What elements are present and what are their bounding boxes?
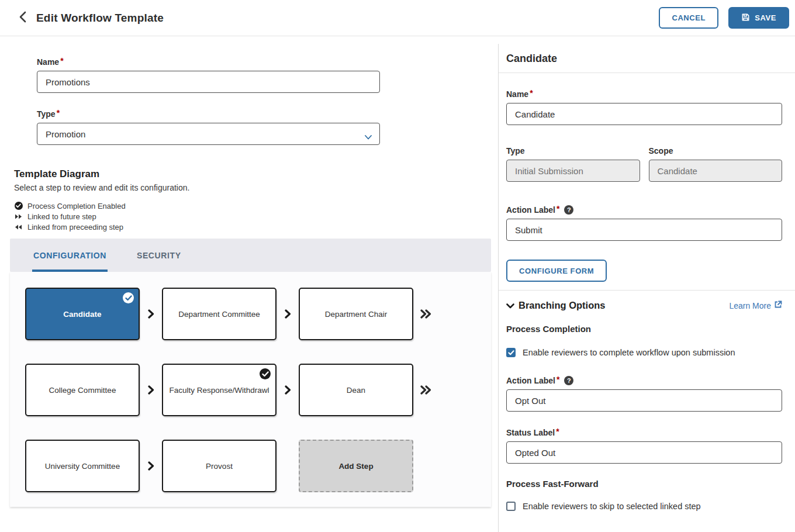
- template-name-label: Name*: [37, 57, 380, 67]
- step-card-faculty-response[interactable]: Faculty Response/Withdrawl: [162, 364, 276, 416]
- completion-status-label-input[interactable]: [506, 441, 782, 464]
- chevron-right-icon: [140, 309, 162, 319]
- step-panel-header: Candidate: [499, 44, 795, 73]
- process-completion-checkbox-label: Enable reviewers to complete workflow up…: [523, 348, 735, 357]
- double-triangle-right-icon: [14, 214, 23, 219]
- step-card-dean[interactable]: Dean: [299, 364, 413, 416]
- template-type-label: Type*: [37, 109, 380, 119]
- completion-status-label-field: Status Label*: [506, 428, 782, 464]
- cancel-button[interactable]: CANCEL: [659, 7, 718, 29]
- step-scope-field: Scope: [649, 146, 783, 182]
- tab-configuration[interactable]: CONFIGURATION: [32, 239, 108, 272]
- required-asterisk: *: [556, 205, 559, 212]
- process-completion-title: Process Completion: [506, 324, 782, 334]
- cancel-button-label: CANCEL: [672, 13, 706, 22]
- step-card-university-committee[interactable]: University Committee: [25, 440, 140, 492]
- step-card-candidate[interactable]: Candidate: [25, 288, 140, 340]
- step-scope-input: [649, 160, 783, 182]
- step-label: College Committee: [49, 386, 116, 395]
- floppy-disk-icon: [741, 13, 750, 23]
- template-name-input[interactable]: [37, 71, 380, 93]
- learn-more-link[interactable]: Learn More: [729, 300, 782, 310]
- step-label: Dean: [347, 386, 365, 395]
- diagram-title: Template Diagram: [14, 168, 491, 180]
- external-link-icon: [774, 300, 782, 310]
- diagram-row: University Committee Provost Add Step: [25, 440, 491, 492]
- save-button[interactable]: SAVE: [728, 7, 789, 29]
- diagram-subtitle: Select a step to review and edit its con…: [14, 183, 491, 192]
- step-label: Department Chair: [325, 310, 388, 319]
- panel-divider: [499, 290, 795, 291]
- step-card-provost[interactable]: Provost: [162, 440, 276, 492]
- step-label: Department Committee: [178, 310, 260, 319]
- template-type-value: Promotion: [46, 129, 85, 139]
- step-scope-label: Scope: [649, 146, 783, 156]
- legend-label: Linked from preceeding step: [27, 223, 123, 232]
- chevron-right-icon: [140, 385, 162, 395]
- step-action-label: Action Label* ?: [506, 205, 782, 215]
- diagram-tabbar: CONFIGURATION SECURITY: [10, 239, 491, 272]
- step-action-label-input[interactable]: [506, 219, 782, 241]
- step-card-department-chair[interactable]: Department Chair: [299, 288, 413, 340]
- back-button[interactable]: [14, 9, 32, 27]
- template-type-select[interactable]: Promotion: [37, 123, 380, 145]
- step-card-college-committee[interactable]: College Committee: [25, 364, 140, 416]
- required-asterisk: *: [60, 57, 63, 64]
- process-completion-badge-icon: [260, 368, 271, 379]
- completion-action-label-field: Action Label* ?: [506, 376, 782, 412]
- step-config-panel: Candidate Name* Type Scope: [498, 44, 795, 532]
- completion-action-label-input[interactable]: [506, 389, 782, 412]
- legend-label: Process Completion Enabled: [27, 202, 126, 210]
- save-button-label: SAVE: [755, 13, 776, 22]
- step-type-input: [506, 160, 640, 182]
- required-asterisk: *: [556, 376, 559, 383]
- step-action-label-field: Action Label* ?: [506, 205, 782, 241]
- chevron-right-icon: [140, 461, 162, 471]
- process-completion-badge-icon: [123, 292, 134, 303]
- page-header: Edit Workflow Template CANCEL SAVE: [0, 0, 795, 36]
- checkbox-checked-icon[interactable]: [506, 348, 516, 357]
- configure-form-button[interactable]: CONFIGURE FORM: [506, 260, 607, 282]
- double-chevron-right-icon: [420, 309, 431, 319]
- completion-status-label: Status Label*: [506, 428, 782, 437]
- template-name-field: Name*: [37, 57, 380, 93]
- chevron-down-icon: [506, 300, 514, 311]
- fast-forward-checkbox-label: Enable reviewers to skip to selected lin…: [523, 502, 701, 511]
- double-triangle-left-icon: [14, 224, 23, 230]
- required-asterisk: *: [556, 428, 559, 435]
- chevron-left-icon: [18, 11, 28, 25]
- fast-forward-title: Process Fast-Forward: [506, 479, 782, 489]
- step-name-input[interactable]: [506, 103, 782, 125]
- legend-item: Linked to future step: [14, 212, 491, 221]
- legend-label: Linked to future step: [27, 212, 96, 221]
- page-title: Edit Workflow Template: [36, 12, 164, 25]
- help-icon[interactable]: ?: [564, 205, 573, 215]
- step-label: University Committee: [45, 462, 120, 471]
- process-completion-checkbox-row[interactable]: Enable reviewers to complete workflow up…: [506, 348, 782, 357]
- step-name-label: Name*: [506, 89, 782, 99]
- step-card-department-committee[interactable]: Department Committee: [162, 288, 276, 340]
- workflow-diagram: Candidate Department Committee Departmen…: [10, 272, 491, 507]
- branching-options-toggle[interactable]: Branching Options: [506, 300, 606, 311]
- step-label: Faculty Response/Withdrawl: [169, 386, 269, 395]
- branching-options-title: Branching Options: [519, 300, 606, 311]
- header-actions: CANCEL SAVE: [659, 7, 789, 29]
- step-label: Candidate: [63, 310, 101, 319]
- step-type-field: Type: [506, 146, 640, 182]
- required-asterisk: *: [530, 89, 533, 96]
- step-name-field: Name*: [506, 89, 782, 125]
- diagram-legend: Process Completion Enabled Linked to fut…: [14, 201, 491, 232]
- configure-form-label: CONFIGURE FORM: [519, 267, 594, 275]
- step-type-label: Type: [506, 146, 640, 156]
- diagram-row: College Committee Faculty Response/Withd…: [25, 364, 491, 416]
- add-step-button[interactable]: Add Step: [299, 440, 413, 492]
- chevron-right-icon: [276, 385, 299, 395]
- template-editor: Name* Type* Promotion Template Diagram S…: [0, 36, 498, 532]
- step-label: Provost: [206, 462, 233, 471]
- checkbox-unchecked-icon[interactable]: [506, 502, 516, 511]
- fast-forward-checkbox-row[interactable]: Enable reviewers to skip to selected lin…: [506, 502, 782, 511]
- help-icon[interactable]: ?: [564, 376, 573, 385]
- chevron-down-icon: [365, 132, 372, 141]
- tab-security[interactable]: SECURITY: [136, 239, 182, 272]
- diagram-row: Candidate Department Committee Departmen…: [25, 288, 491, 340]
